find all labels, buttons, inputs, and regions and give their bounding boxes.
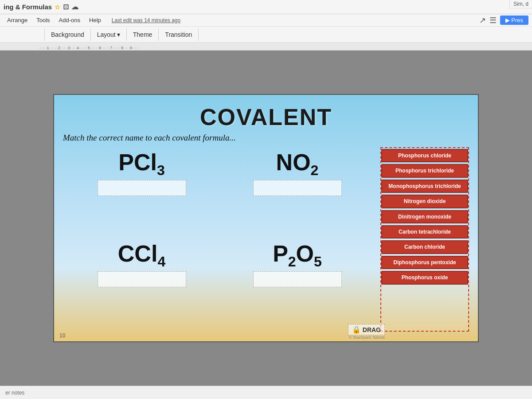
drag-text: DRAG [363,326,381,333]
answer-phosphorus-chloride[interactable]: Phosphorus chloride [381,149,468,162]
ccl4-text: CCl4 [118,242,165,269]
trademark-text: © Teachpark Talents [349,335,385,340]
ruler-marks: ·· ·· ·1· ·· ·· 2·· ·· ·3· ·· ·4· ·· ·· … [4,46,528,50]
p2o5-text: P2O5 [273,242,322,269]
answer-carbon-tetrachloride[interactable]: Carbon tetrachloride [381,225,468,239]
toolbar: Background Layout▾ Theme Transition [0,27,532,43]
menu-icon[interactable]: ☰ [489,16,497,25]
present-button[interactable]: ▶ Pres [500,16,528,25]
ccl4-drop-zone[interactable] [98,271,186,287]
sim-label: Sim, d [509,0,532,8]
slide-subtitle: Match the correct name to each covalent … [54,130,478,143]
menu-right: ↗ ☰ ▶ Pres [479,16,528,25]
pcl3-drop-zone[interactable] [98,180,186,196]
formula-ccl4: CCl4 [66,242,217,328]
speaker-notes-label[interactable]: er notes [5,390,24,396]
menu-help[interactable]: Help [86,16,105,24]
formula-pcl3: PCl3 [66,151,217,237]
theme-button[interactable]: Theme [127,28,159,41]
trend-icon[interactable]: ↗ [479,16,486,25]
slide-content: PCl3 NO2 CCl4 P2O5 [54,143,478,332]
no2-drop-zone[interactable] [253,180,342,196]
answer-monophosphorus-trichloride[interactable]: Monophosphorus trichloride [381,180,468,193]
top-bar-left: ing & Formulas ☆ ⊡ ☁ [4,3,78,11]
slide-number: 10 [59,332,65,339]
layout-button[interactable]: Layout▾ [91,28,127,41]
pcl3-text: PCl3 [118,151,164,177]
share-icon[interactable]: ⊡ [63,3,69,11]
slide-area: COVALENT Match the correct name to each … [0,51,532,386]
answer-phosphorus-trichloride[interactable]: Phosphorus trichloride [381,164,468,177]
answer-dinitrogen-monoxide[interactable]: Dinitrogen monoxide [381,210,468,223]
top-bar: ing & Formulas ☆ ⊡ ☁ Sim, d [0,0,532,14]
presentation-title[interactable]: ing & Formulas [4,3,52,11]
drag-label: 🔒 DRAG [348,324,385,335]
no2-text: NO2 [276,151,319,177]
cloud-icon[interactable]: ☁ [71,3,78,11]
slide-title: COVALENT [54,95,478,130]
ruler: ·· ·· ·1· ·· ·· 2·· ·· ·3· ·· ·4· ·· ·· … [0,43,532,51]
slide: COVALENT Match the correct name to each … [53,94,479,342]
formula-p2o5: P2O5 [222,242,372,328]
star-icon[interactable]: ☆ [55,4,60,11]
answers-panel: Phosphorus chloride Phosphorus trichlori… [380,147,469,332]
answer-phosphorus-oxide[interactable]: Phosphorus oxide [381,271,468,284]
answer-carbon-chloride[interactable]: Carbon chloride [381,240,468,254]
answer-diphosphorus-pentoxide[interactable]: Diphosphorus pentoxide [381,256,468,269]
p2o5-drop-zone[interactable] [253,271,342,287]
transition-button[interactable]: Transition [159,28,199,41]
bottom-bar: er notes [0,386,532,399]
background-button[interactable]: Background [44,28,91,41]
formula-no2: NO2 [222,151,372,237]
menu-bar: Arrange Tools Add-ons Help Last edit was… [0,14,532,27]
drag-icon: 🔒 [352,325,361,334]
menu-tools[interactable]: Tools [33,16,53,24]
menu-arrange[interactable]: Arrange [4,16,31,24]
formulas-area: PCl3 NO2 CCl4 P2O5 [63,147,376,332]
answer-nitrogen-dioxide[interactable]: Nitrogen dioxide [381,195,468,208]
last-edit-text: Last edit was 14 minutes ago [112,17,180,23]
menu-addons[interactable]: Add-ons [55,16,84,24]
